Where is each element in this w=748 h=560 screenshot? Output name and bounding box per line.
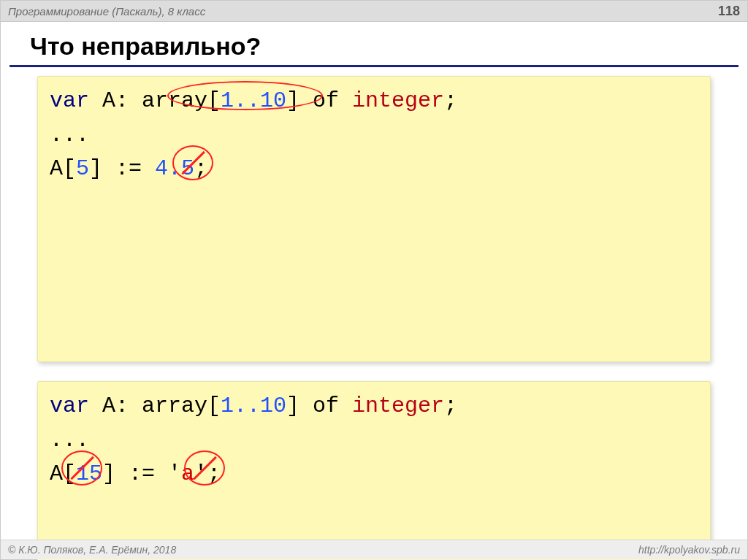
content-area: var A: array[1..10] of integer; ... A[5]… [1, 76, 747, 560]
value-4-5: 4.5 [155, 156, 194, 181]
txt: A: array[ [89, 88, 221, 113]
txt: ] := [89, 156, 155, 181]
slide-header: Программирование (Паскаль), 8 класс 118 [1, 1, 747, 22]
slide-footer: © К.Ю. Поляков, Е.А. Ерёмин, 2018 http:/… [1, 540, 747, 559]
kw-var: var [50, 88, 89, 113]
txt: ] := [102, 461, 168, 486]
slide: Программирование (Паскаль), 8 класс 118 … [0, 0, 748, 560]
txt: ; [194, 156, 207, 181]
title-rule [9, 65, 739, 67]
txt: A[ [50, 156, 76, 181]
txt: ; [444, 394, 457, 418]
code-block-2: var A: array[1..10] of integer; ... A[15… [37, 381, 711, 560]
range: 1..10 [221, 88, 286, 113]
txt: ] of [286, 394, 352, 418]
type-integer: integer [352, 394, 444, 418]
index-15: 15 [76, 461, 102, 486]
txt: ; [444, 88, 457, 113]
quote: ' [168, 461, 181, 486]
txt: ] of [286, 88, 352, 113]
txt: A[ [50, 461, 76, 486]
char-a: a [181, 461, 194, 486]
code-block-1: var A: array[1..10] of integer; ... A[5]… [37, 76, 711, 362]
course-label: Программирование (Паскаль), 8 класс [8, 5, 205, 18]
txt: ; [207, 461, 221, 486]
slide-title: Что неправильно? [1, 22, 747, 65]
index-5: 5 [76, 156, 89, 181]
source-url: http://kpolyakov.spb.ru [638, 544, 740, 556]
ellipsis: ... [50, 123, 89, 147]
range: 1..10 [221, 394, 286, 418]
page-number: 118 [718, 4, 740, 19]
type-integer: integer [352, 88, 444, 113]
authors-label: © К.Ю. Поляков, Е.А. Ерёмин, 2018 [8, 544, 176, 556]
ellipsis: ... [50, 428, 89, 453]
txt: A: array[ [89, 394, 221, 418]
quote: ' [194, 461, 207, 486]
kw-var: var [50, 394, 89, 418]
